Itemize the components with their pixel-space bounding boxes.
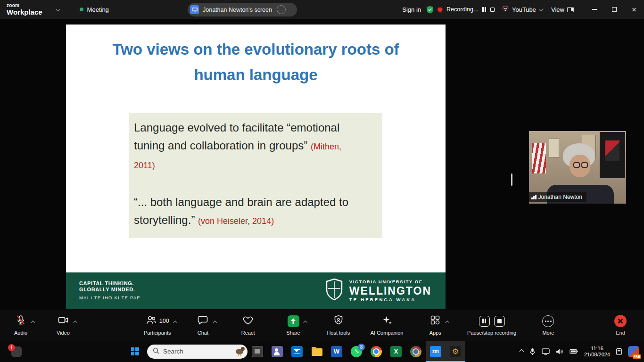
- chat-button[interactable]: Chat: [190, 314, 216, 336]
- video-button[interactable]: Video: [50, 314, 76, 336]
- audio-options-chevron-icon[interactable]: [32, 317, 34, 326]
- heart-react-icon: [242, 314, 254, 328]
- share-chevron-icon[interactable]: [304, 317, 307, 326]
- host-tools-button[interactable]: Host tools: [325, 314, 352, 336]
- audio-button[interactable]: Audio: [8, 314, 34, 336]
- search-box[interactable]: Search: [147, 345, 248, 359]
- taskbar-app-word-icon[interactable]: W: [327, 341, 347, 362]
- poster-decoration: [532, 143, 546, 173]
- tray-battery-icon[interactable]: [570, 349, 578, 354]
- taskbar-app-excel-icon[interactable]: X: [386, 341, 406, 362]
- participants-button[interactable]: 100 Participants: [144, 314, 171, 336]
- pause-recording-button[interactable]: [482, 7, 486, 12]
- university-line-1: VICTORIA UNIVERSITY OF: [349, 279, 431, 285]
- zoom-title-bar: zoom Workplace Meeting Jonathan Newton's…: [0, 0, 644, 19]
- quote-1-text: Language evolved to facilitate “emotiona…: [134, 121, 339, 152]
- search-highlight-bird-icon[interactable]: [234, 345, 246, 358]
- tray-display-cast-icon[interactable]: [542, 348, 550, 355]
- tray-preview-app-icon[interactable]: PRE: [628, 346, 639, 357]
- tray-time: 11:16: [584, 346, 610, 352]
- microphone-muted-icon: [15, 314, 26, 328]
- video-options-chevron-icon[interactable]: [74, 317, 77, 326]
- maximize-button[interactable]: [604, 0, 624, 19]
- tagline-line-2: GLOBALLY MINDED.: [79, 287, 140, 293]
- share-options-button[interactable]: …: [277, 5, 286, 14]
- tray-microphone-icon[interactable]: [529, 348, 536, 355]
- tab-meeting[interactable]: Meeting: [75, 0, 114, 19]
- tray-date: 21/08/2024: [584, 352, 610, 358]
- zoom-logo-text: zoom: [7, 3, 42, 8]
- windows-taskbar: 1 Search W 8 X zm ⚙: [0, 341, 644, 362]
- taskbar-clock[interactable]: 11:16 21/08/2024: [584, 346, 610, 358]
- tray-volume-icon[interactable]: [556, 348, 563, 355]
- participant-name: Jonathan Newton: [538, 194, 582, 200]
- pause-recording-toolbar-icon[interactable]: [479, 316, 490, 327]
- taskbar-app-teams-icon[interactable]: [267, 341, 287, 362]
- taskbar-app-chrome-icon[interactable]: [366, 341, 386, 362]
- university-crest-icon: [325, 278, 343, 304]
- participant-glasses: [570, 162, 590, 168]
- pre-badge: PRE: [633, 354, 641, 359]
- share-screen-icon: [288, 315, 299, 327]
- meeting-tab-label: Meeting: [87, 6, 109, 13]
- view-button[interactable]: View: [551, 6, 574, 13]
- host-tools-shield-icon: [333, 314, 344, 328]
- tray-expand-chevron-icon[interactable]: [519, 349, 524, 354]
- taskbar-notification-app-icon[interactable]: 1: [11, 346, 22, 357]
- close-button[interactable]: ×: [624, 0, 644, 19]
- sign-in-button[interactable]: Sign in: [402, 6, 421, 13]
- university-logo: VICTORIA UNIVERSITY OF WELLINGTON TE HER…: [325, 278, 431, 304]
- system-tray: 11:16 21/08/2024 PRE: [520, 346, 644, 358]
- search-placeholder-text: Search: [163, 348, 230, 355]
- minimize-icon: [592, 9, 597, 10]
- taskbar-app-window-icon[interactable]: [248, 341, 267, 362]
- taskbar-app-chrome-alt-icon[interactable]: [406, 341, 426, 362]
- end-meeting-button[interactable]: End: [607, 314, 634, 336]
- taskbar-app-zoom-icon[interactable]: zm: [426, 341, 446, 362]
- ai-sparkle-icon: [381, 314, 393, 328]
- tagline-line-3: MAI I TE IHO KI TE PAE: [79, 295, 140, 301]
- live-stream-icon: [502, 6, 509, 14]
- stop-recording-button[interactable]: [490, 8, 495, 12]
- shared-screen-stage: Two views on the evolutionary roots of h…: [0, 19, 644, 310]
- shared-screen-icon: [190, 5, 199, 14]
- apps-chevron-icon[interactable]: [446, 317, 449, 326]
- video-panel-handle[interactable]: [511, 173, 512, 186]
- quote-2-citation: (von Heiseler, 2014): [198, 216, 274, 226]
- camera-icon: [58, 314, 69, 328]
- react-button[interactable]: React: [235, 314, 261, 336]
- taskbar-app-settings-icon[interactable]: ⚙: [446, 341, 465, 362]
- taskbar-app-whatsapp-icon[interactable]: 8: [347, 341, 366, 362]
- screen-share-pill[interactable]: Jonathan Newton's screen …: [188, 3, 297, 16]
- university-line-2: WELLINGTON: [349, 285, 431, 297]
- end-call-icon: [614, 315, 627, 327]
- taskbar-app-outlook-icon[interactable]: [287, 341, 307, 362]
- university-tagline: CAPITAL THINKING. GLOBALLY MINDED. MAI I…: [79, 280, 140, 301]
- stop-recording-toolbar-icon[interactable]: [494, 316, 505, 327]
- share-button[interactable]: Share: [280, 314, 306, 336]
- start-button[interactable]: [125, 341, 144, 362]
- participant-video-tile[interactable]: Jonathan Newton: [529, 131, 626, 204]
- quote-1: Language evolved to facilitate “emotiona…: [134, 119, 355, 174]
- close-icon: ×: [632, 6, 636, 14]
- connection-signal-icon: [531, 195, 537, 199]
- meeting-toolbar: Audio Video 100 Participants: [0, 310, 644, 341]
- slide-footer-banner: CAPITAL THINKING. GLOBALLY MINDED. MAI I…: [66, 272, 446, 309]
- pause-stop-recording-button[interactable]: Pause/stop recording: [467, 314, 516, 336]
- youtube-stream-button[interactable]: YouTube: [502, 6, 542, 14]
- whatsapp-unread-badge: 8: [358, 344, 365, 351]
- maximize-icon: [612, 7, 617, 12]
- chat-chevron-icon[interactable]: [214, 317, 216, 326]
- apps-button[interactable]: Apps: [422, 314, 448, 336]
- more-button[interactable]: More: [535, 314, 561, 336]
- notifications-center-icon[interactable]: [616, 348, 622, 355]
- workspace-chevron-down-icon[interactable]: [56, 7, 60, 11]
- ai-companion-button[interactable]: AI Companion: [371, 314, 404, 336]
- participants-chevron-icon[interactable]: [174, 317, 177, 326]
- workplace-logo-text: Workplace: [7, 8, 42, 16]
- taskbar-app-file-explorer-icon[interactable]: [307, 341, 327, 362]
- screen-share-label: Jonathan Newton's screen: [203, 7, 272, 13]
- notification-count-badge: 1: [8, 344, 15, 351]
- gear-icon: ⚙: [450, 346, 461, 357]
- minimize-button[interactable]: [585, 0, 604, 19]
